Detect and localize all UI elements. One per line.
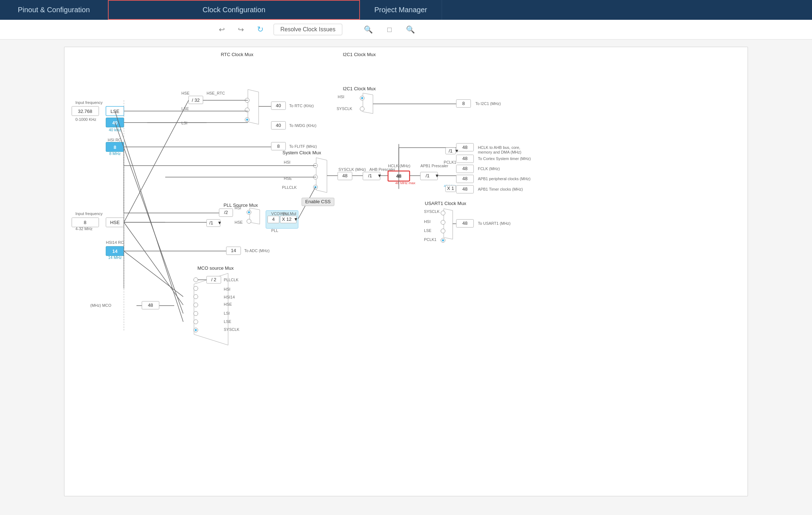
hsi14-rc-label: HSI14 RC <box>106 240 123 245</box>
svg-text:48: 48 <box>463 186 468 192</box>
svg-marker-9 <box>248 90 259 124</box>
svg-text:4: 4 <box>272 217 275 222</box>
svg-text:8: 8 <box>462 101 465 106</box>
svg-point-125 <box>194 278 198 282</box>
svg-text:14: 14 <box>231 248 236 253</box>
svg-text:/ 32: / 32 <box>192 97 200 103</box>
input-freq-1-value: 32.768 <box>78 109 93 114</box>
svg-marker-29 <box>316 158 327 193</box>
svg-text:LSE: LSE <box>224 319 231 324</box>
svg-text:Enable CSS: Enable CSS <box>305 199 331 204</box>
zoom-out-icon[interactable]: 🔍 <box>406 25 415 34</box>
svg-text:SYSCLK: SYSCLK <box>337 106 352 111</box>
svg-text:*PLLMul: *PLLMul <box>281 211 296 216</box>
hse-rtc-label: HSE_RTC <box>207 91 225 95</box>
svg-text:48: 48 <box>342 173 347 178</box>
svg-text:/1: /1 <box>425 173 429 178</box>
i2c1-mux-label: I2C1 Clock Mux <box>343 86 376 91</box>
tab-pinout[interactable]: Pinout & Configuration <box>0 0 108 20</box>
svg-text:HSE: HSE <box>235 220 243 224</box>
svg-text:▼: ▼ <box>294 217 298 222</box>
svg-point-136 <box>194 320 198 324</box>
svg-text:40: 40 <box>276 123 281 128</box>
header: Pinout & Configuration Clock Configurati… <box>0 0 812 20</box>
svg-text:8: 8 <box>277 143 280 149</box>
svg-point-115 <box>441 229 445 233</box>
svg-line-145 <box>124 222 183 305</box>
svg-text:48: 48 <box>463 145 468 150</box>
svg-text:40: 40 <box>276 103 281 108</box>
input-range-2: 4-32 MHz <box>75 227 93 231</box>
svg-line-25 <box>124 100 189 222</box>
svg-text:X 12: X 12 <box>282 217 292 222</box>
fclk-out-label: FCLK (MHz) <box>478 167 500 171</box>
usart1-mux-label: USART1 Clock Mux <box>425 201 466 206</box>
svg-text:/1: /1 <box>448 148 452 154</box>
toolbar: ↩ ↪ ↻ Resolve Clock Issues 🔍 □ 🔍 <box>0 20 812 40</box>
svg-line-144 <box>124 251 183 297</box>
svg-text:/1: /1 <box>209 220 213 225</box>
svg-text:48: 48 <box>463 220 468 226</box>
svg-text:LSI: LSI <box>224 311 230 315</box>
rtc-clock-mux-label: RTC Clock Mux <box>221 52 253 57</box>
to-rtc-label: To RTC (KHz) <box>289 104 314 108</box>
fit-icon[interactable]: □ <box>387 26 392 34</box>
main-area: RTC Clock Mux I2C1 Clock Mux Input frequ… <box>0 40 812 515</box>
rtc-lsi-label: LSI <box>181 121 187 125</box>
svg-line-147 <box>115 111 183 322</box>
input-range-1: 0-1000 KHz <box>75 117 96 122</box>
svg-text:HSI: HSI <box>235 206 241 210</box>
pclk1-label: PCLK1 <box>444 160 456 164</box>
svg-text:▼: ▼ <box>217 220 222 225</box>
svg-text:/ 2: / 2 <box>211 277 216 282</box>
svg-marker-121 <box>194 273 228 345</box>
svg-text:HSI: HSI <box>424 219 430 224</box>
svg-text:LSE: LSE <box>424 228 432 233</box>
ahb-out-label: HCLK to AHB bus, core, <box>478 145 520 150</box>
svg-text:X 1: X 1 <box>447 186 454 191</box>
svg-marker-73 <box>363 93 373 114</box>
system-clock-mux-label: System Clock Mux <box>283 150 321 155</box>
svg-point-139 <box>195 329 197 331</box>
lsi-freq: 40 kHz <box>109 128 121 132</box>
svg-point-132 <box>194 303 198 307</box>
to-iwdg-label: To IWDG (KHz) <box>289 123 317 128</box>
hsi-rc-label: HSI RC <box>108 138 121 142</box>
zoom-in-icon[interactable]: 🔍 <box>364 25 373 34</box>
redo-button[interactable]: ↪ <box>235 24 247 35</box>
svg-text:HSI14: HSI14 <box>224 295 235 299</box>
undo-button[interactable]: ↩ <box>216 24 228 35</box>
mco-label: (MHz) MCO <box>90 303 112 307</box>
svg-point-130 <box>194 295 198 299</box>
refresh-button[interactable]: ↻ <box>254 23 266 36</box>
svg-point-76 <box>360 107 364 111</box>
pll-label: PLL <box>271 228 279 233</box>
svg-point-13 <box>246 119 248 121</box>
clock-diagram: RTC Clock Mux I2C1 Clock Mux Input frequ… <box>64 47 748 496</box>
to-flitf-label: To FLITF (MHz) <box>289 144 317 149</box>
svg-text:▼: ▼ <box>455 148 459 154</box>
svg-point-89 <box>248 211 250 213</box>
svg-text:SYSCLK: SYSCLK <box>424 209 440 214</box>
resolve-button[interactable]: Resolve Clock Issues <box>274 24 342 35</box>
hsi-rc-value: 8 <box>114 145 116 150</box>
svg-point-117 <box>442 239 444 241</box>
tab-clock[interactable]: Clock Configuration <box>108 0 360 20</box>
tab-project[interactable]: Project Manager <box>360 0 442 20</box>
svg-text:HSI: HSI <box>224 287 230 291</box>
svg-text:PLLCLK: PLLCLK <box>224 278 239 282</box>
svg-text:PCLK1: PCLK1 <box>424 237 437 242</box>
svg-line-146 <box>115 123 183 314</box>
svg-point-11 <box>245 108 249 112</box>
svg-point-134 <box>194 311 198 316</box>
i2c1-clock-mux-label: I2C1 Clock Mux <box>343 52 376 57</box>
sysclk-label: SYSCLK (MHz) <box>338 167 366 172</box>
sys-hsi-label: HSI <box>284 160 290 164</box>
hclk-max-label: 48 MHz max <box>395 181 415 185</box>
svg-point-75 <box>361 97 363 99</box>
apb1-timer-out-label: APB1 Timer clocks (MHz) <box>478 187 523 191</box>
hsi-freq: 8 MHz <box>109 151 121 156</box>
hsi14-value: 14 <box>112 249 118 254</box>
svg-text:/1: /1 <box>368 173 372 178</box>
input-freq-2-label: Input frequency <box>75 211 103 216</box>
